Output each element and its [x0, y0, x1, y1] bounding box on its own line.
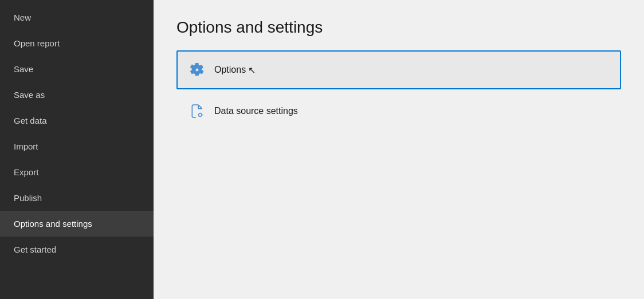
sidebar-item-options-and-settings[interactable]: Options and settings	[0, 211, 154, 237]
page-title: Options and settings	[176, 18, 621, 37]
main-content: Options and settings Options ↖	[154, 0, 644, 299]
options-label: Options	[214, 65, 246, 75]
sidebar-item-import[interactable]: Import	[0, 133, 154, 159]
sidebar-item-new[interactable]: New	[0, 5, 154, 30]
sidebar: NewOpen reportSaveSave asGet dataImportE…	[0, 0, 154, 299]
svg-point-0	[195, 68, 199, 72]
sidebar-item-publish[interactable]: Publish	[0, 185, 154, 211]
sidebar-item-get-started[interactable]: Get started	[0, 237, 154, 262]
data-source-settings-label: Data source settings	[214, 106, 298, 116]
sidebar-item-save[interactable]: Save	[0, 56, 154, 82]
data-source-settings-menu-item[interactable]: Data source settings	[176, 92, 621, 131]
options-menu-item[interactable]: Options ↖	[176, 50, 621, 89]
sidebar-item-open-report[interactable]: Open report	[0, 30, 154, 56]
sidebar-item-save-as[interactable]: Save as	[0, 82, 154, 108]
sidebar-item-export[interactable]: Export	[0, 159, 154, 185]
menu-list: Options ↖ Data source settings	[176, 50, 621, 131]
gear-icon	[189, 62, 205, 78]
sidebar-item-get-data[interactable]: Get data	[0, 108, 154, 133]
data-source-icon	[189, 103, 205, 119]
cursor: ↖	[248, 65, 256, 76]
